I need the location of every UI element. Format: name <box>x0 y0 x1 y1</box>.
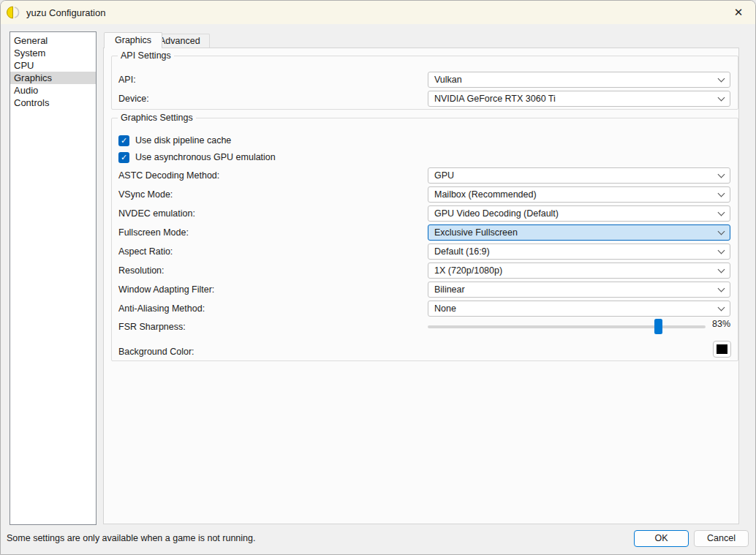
api-row: API: Vulkan <box>118 72 730 88</box>
anti-aliasing-row: Anti-Aliasing Method: None <box>118 301 730 317</box>
dropdown-value: Vulkan <box>434 75 462 85</box>
vsync-mode-row: VSync Mode: Mailbox (Recommended) <box>118 186 730 203</box>
fsr-sharpness-slider-handle[interactable] <box>654 319 662 334</box>
graphics-tab-pane: API Settings API: Vulkan Device: NVIDIA … <box>103 48 739 524</box>
device-row: Device: NVIDIA GeForce RTX 3060 Ti <box>118 91 730 107</box>
chevron-down-icon <box>718 94 725 101</box>
chevron-down-icon <box>718 265 725 273</box>
background-color-swatch <box>717 344 727 354</box>
sidebar-item-graphics[interactable]: Graphics <box>10 72 96 84</box>
checkbox-label: Use asynchronous GPU emulation <box>135 152 276 162</box>
sidebar-item-controls[interactable]: Controls <box>10 97 96 109</box>
chevron-down-icon <box>718 284 725 292</box>
checkbox-checked-icon[interactable]: ✓ <box>118 135 129 146</box>
dropdown-value: NVIDIA GeForce RTX 3060 Ti <box>434 94 556 104</box>
async-gpu-emulation-checkbox-row[interactable]: ✓ Use asynchronous GPU emulation <box>118 151 276 163</box>
fullscreen-mode-row: Fullscreen Mode: Exclusive Fullscreen <box>118 224 730 241</box>
sidebar-item-cpu[interactable]: CPU <box>10 59 96 72</box>
sidebar-item-audio[interactable]: Audio <box>10 84 96 97</box>
yuzu-logo-icon <box>7 6 21 19</box>
dropdown-value: Mailbox (Recommended) <box>434 189 537 200</box>
dropdown-value: Default (16:9) <box>434 246 490 257</box>
chevron-down-icon <box>718 189 725 197</box>
category-list: General System CPU Graphics Audio Contro… <box>10 31 97 525</box>
chevron-down-icon <box>718 303 725 311</box>
window-title: yuzu Configuration <box>26 7 105 18</box>
astc-decoding-label: ASTC Decoding Method: <box>118 167 219 184</box>
anti-aliasing-label: Anti-Aliasing Method: <box>118 301 205 317</box>
group-title: API Settings <box>118 50 174 61</box>
chevron-down-icon <box>718 75 725 82</box>
fsr-sharpness-value: 83% <box>712 319 730 329</box>
footer-note: Some settings are only available when a … <box>7 533 255 543</box>
window-adapting-filter-row: Window Adapting Filter: Bilinear <box>118 282 730 298</box>
checkbox-label: Use disk pipeline cache <box>135 135 231 146</box>
window-adapting-filter-label: Window Adapting Filter: <box>118 282 214 298</box>
background-color-label: Background Color: <box>118 344 194 360</box>
nvdec-emulation-dropdown[interactable]: GPU Video Decoding (Default) <box>428 205 730 222</box>
api-label: API: <box>118 72 136 88</box>
device-label: Device: <box>118 91 149 107</box>
nvdec-emulation-row: NVDEC emulation: GPU Video Decoding (Def… <box>118 205 730 222</box>
fullscreen-mode-label: Fullscreen Mode: <box>118 224 189 241</box>
background-color-row: Background Color: <box>118 344 730 360</box>
astc-decoding-dropdown[interactable]: GPU <box>428 167 730 184</box>
sidebar-item-general[interactable]: General <box>10 34 96 47</box>
chevron-down-icon <box>718 246 725 254</box>
yuzu-configuration-window: yuzu Configuration ✕ General System CPU … <box>0 0 756 555</box>
titlebar: yuzu Configuration ✕ <box>1 1 755 24</box>
fsr-sharpness-slider-track[interactable] <box>428 325 706 328</box>
resolution-dropdown[interactable]: 1X (720p/1080p) <box>428 263 730 279</box>
dropdown-value: Bilinear <box>434 284 465 295</box>
resolution-row: Resolution: 1X (720p/1080p) <box>118 263 730 279</box>
checkbox-checked-icon[interactable]: ✓ <box>118 152 129 163</box>
chevron-down-icon <box>718 170 725 178</box>
fullscreen-mode-dropdown[interactable]: Exclusive Fullscreen <box>428 224 730 241</box>
ok-button[interactable]: OK <box>634 530 689 547</box>
close-button[interactable]: ✕ <box>722 1 755 24</box>
nvdec-emulation-label: NVDEC emulation: <box>118 205 195 222</box>
device-dropdown[interactable]: NVIDIA GeForce RTX 3060 Ti <box>428 91 730 107</box>
tab-graphics[interactable]: Graphics <box>104 32 162 48</box>
vsync-mode-dropdown[interactable]: Mailbox (Recommended) <box>428 186 730 203</box>
dropdown-value: 1X (720p/1080p) <box>434 265 502 276</box>
aspect-ratio-row: Aspect Ratio: Default (16:9) <box>118 243 730 260</box>
vsync-mode-label: VSync Mode: <box>118 186 173 203</box>
aspect-ratio-dropdown[interactable]: Default (16:9) <box>428 243 730 260</box>
dropdown-value: None <box>434 303 456 314</box>
aspect-ratio-label: Aspect Ratio: <box>118 243 173 260</box>
api-dropdown[interactable]: Vulkan <box>428 72 730 88</box>
dropdown-value: GPU <box>434 170 454 181</box>
background-color-button[interactable] <box>713 341 731 358</box>
group-title: Graphics Settings <box>118 113 196 123</box>
anti-aliasing-dropdown[interactable]: None <box>428 301 730 317</box>
sidebar-item-system[interactable]: System <box>10 47 96 59</box>
dropdown-value: GPU Video Decoding (Default) <box>434 208 559 219</box>
window-adapting-filter-dropdown[interactable]: Bilinear <box>428 282 730 298</box>
cancel-button[interactable]: Cancel <box>694 530 749 547</box>
astc-decoding-row: ASTC Decoding Method: GPU <box>118 167 730 184</box>
disk-pipeline-cache-checkbox-row[interactable]: ✓ Use disk pipeline cache <box>118 135 231 146</box>
chevron-down-icon <box>718 208 725 216</box>
dropdown-value: Exclusive Fullscreen <box>434 227 518 238</box>
fsr-sharpness-label: FSR Sharpness: <box>118 320 186 334</box>
resolution-label: Resolution: <box>118 263 165 279</box>
chevron-down-icon <box>718 227 725 235</box>
